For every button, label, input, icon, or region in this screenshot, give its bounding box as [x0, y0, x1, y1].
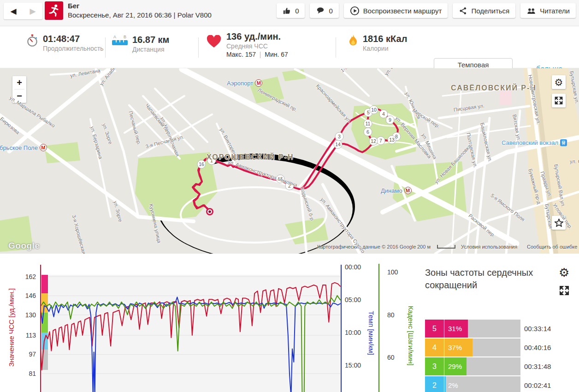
- km-marker-16: 16: [197, 160, 206, 168]
- km-marker-10: 10: [370, 106, 378, 114]
- top-bar: ◀ ▶ Бег Воскресенье, Авг 21, 2016 06:36 …: [0, 0, 579, 26]
- heart-icon: [206, 35, 222, 49]
- next-session-button[interactable]: ▶: [23, 3, 42, 19]
- calories-label: Калории: [363, 45, 407, 52]
- svg-text:12: 12: [371, 138, 376, 144]
- gear-icon: ⚙: [555, 77, 563, 87]
- chart-tick-label: 146: [25, 292, 36, 299]
- share-label: Поделиться: [471, 7, 509, 15]
- stats-divider: [336, 37, 336, 58]
- map-district-label: САВЁЛОВСКИЙ Р-Н: [451, 84, 537, 92]
- session-heading: Бег Воскресенье, Авг 21, 2016 06:36 | Po…: [68, 2, 212, 19]
- previous-session-button[interactable]: ◀: [4, 3, 23, 19]
- zone-bar-track: 37%: [444, 339, 520, 356]
- session-nav: ◀ ▶: [4, 3, 42, 19]
- hr-max-min: Макс. 157 | Мин. 67: [226, 51, 288, 58]
- stats-divider: [198, 37, 199, 58]
- zone-percent: 31%: [448, 320, 462, 338]
- train-station-icon: [560, 139, 567, 146]
- topbar-actions: 0 0 Воспроизвести маршрут Поделиться Чит…: [277, 3, 576, 18]
- duration-stat: 01:48:47 Продолжительность: [26, 34, 104, 52]
- zone-number: 3: [425, 357, 444, 375]
- hr-zones-title: Зоны частоты сердечных сокращений: [425, 267, 554, 291]
- map-terms-link[interactable]: Условия использования: [461, 244, 517, 249]
- chart-tick-label: 162: [25, 273, 36, 280]
- flame-icon: [348, 34, 358, 48]
- training-curves-chart[interactable]: 162146130113978100:0005:0010:0015:001008…: [0, 258, 415, 392]
- svg-text:3: 3: [338, 134, 341, 139]
- chart-zone-band-2: [41, 333, 48, 350]
- zone-percent: 2%: [448, 376, 458, 392]
- chart-tick-label: 60: [387, 354, 395, 361]
- metro-label-text: Октябрьское Поле: [0, 144, 38, 151]
- zone-bar-fill: [444, 376, 446, 392]
- comment-button[interactable]: 0: [310, 3, 338, 18]
- zone-percent: 29%: [448, 357, 462, 375]
- metro-icon: М: [404, 187, 412, 194]
- map-settings-button[interactable]: ⚙: [552, 75, 566, 89]
- zone-percent: 37%: [448, 339, 462, 356]
- chart-tick-label: 97: [29, 350, 36, 358]
- map-metro-label: АэропортМ: [227, 79, 262, 87]
- stats-divider: [105, 37, 106, 58]
- like-button[interactable]: 0: [277, 3, 305, 18]
- chart-zone-band-5: [41, 275, 48, 293]
- chart-tick-label: 80: [387, 311, 395, 319]
- chart-tick-label: 130: [25, 311, 36, 319]
- like-count: 0: [295, 7, 299, 15]
- chart-settings-button[interactable]: ⚙: [559, 267, 569, 279]
- play-route-label: Воспроизвести маршрут: [363, 7, 442, 15]
- chart-tick-label: 00:00: [345, 263, 361, 271]
- zone-number: 4: [425, 339, 444, 356]
- calories-value: 1816 кКал: [363, 34, 407, 44]
- map-fullscreen-button[interactable]: [552, 94, 566, 107]
- svg-text:4: 4: [382, 111, 385, 117]
- km-marker-13: 13: [388, 136, 396, 144]
- zone-number: 5: [425, 320, 444, 338]
- zone-time: 00:33:14: [524, 320, 551, 338]
- duration-value: 01:48:47: [43, 34, 104, 44]
- hr-zone-row-2: 22%00:02:41: [425, 376, 559, 392]
- zone-time: 00:02:41: [524, 376, 551, 392]
- chart-axis-title: Темп [мин/км]: [367, 311, 375, 355]
- zone-time: 00:31:48: [524, 357, 551, 375]
- svg-text:10: 10: [371, 107, 377, 113]
- chart-tick-label: 81: [29, 370, 36, 377]
- comment-icon: [316, 6, 325, 15]
- distance-value: 16.87 км: [132, 35, 169, 45]
- play-route-button[interactable]: Воспроизвести маршрут: [344, 3, 448, 18]
- km-marker-7: 7: [377, 137, 385, 145]
- zoom-in-button[interactable]: +: [12, 76, 26, 89]
- km-marker-3: 3: [335, 132, 343, 141]
- hr-label: Средняя ЧСС: [226, 42, 288, 50]
- zone-bar-track: 31%: [444, 320, 520, 338]
- zone-time: 00:40:16: [524, 339, 551, 356]
- chart-tick-label: 100: [387, 268, 398, 276]
- duration-label: Продолжительность: [43, 45, 104, 52]
- km-marker-6: 6: [364, 128, 372, 136]
- running-sport-icon: [45, 1, 63, 20]
- map-scale-bar: [437, 245, 455, 249]
- km-marker-12: 12: [369, 137, 378, 145]
- svg-text:9: 9: [389, 117, 391, 123]
- svg-text:14: 14: [335, 142, 341, 147]
- distance-stat: AB 16.87 км Дистанция: [112, 35, 169, 53]
- map-scale-text: 200 м: [417, 244, 431, 249]
- km-marker-9: 9: [386, 116, 394, 124]
- distance-label: Дистанция: [132, 46, 169, 53]
- stopwatch-icon: [26, 34, 38, 48]
- google-logo[interactable]: Google: [8, 241, 40, 251]
- km-marker-11: 11: [364, 119, 372, 128]
- map-rail-label: Савеловский вокзал: [502, 139, 567, 146]
- readers-button[interactable]: Читатели: [520, 3, 576, 18]
- chart-tick-label: 15:00: [345, 362, 361, 369]
- chart-fullscreen-button[interactable]: [559, 285, 570, 298]
- map-report-link[interactable]: Сообщить об ошибке на карте: [527, 244, 579, 249]
- share-button[interactable]: Поделиться: [453, 3, 515, 18]
- zone-number: 2: [425, 376, 444, 392]
- hr-value: 136 уд./мин.: [226, 31, 288, 42]
- route-map[interactable]: 12345678910111213141516 + − ⚙: [0, 68, 579, 254]
- gear-icon: ⚙: [559, 266, 569, 279]
- km-marker-4: 4: [379, 110, 388, 118]
- activity-subtitle: Воскресенье, Авг 21, 2016 06:36 | Polar …: [68, 11, 212, 19]
